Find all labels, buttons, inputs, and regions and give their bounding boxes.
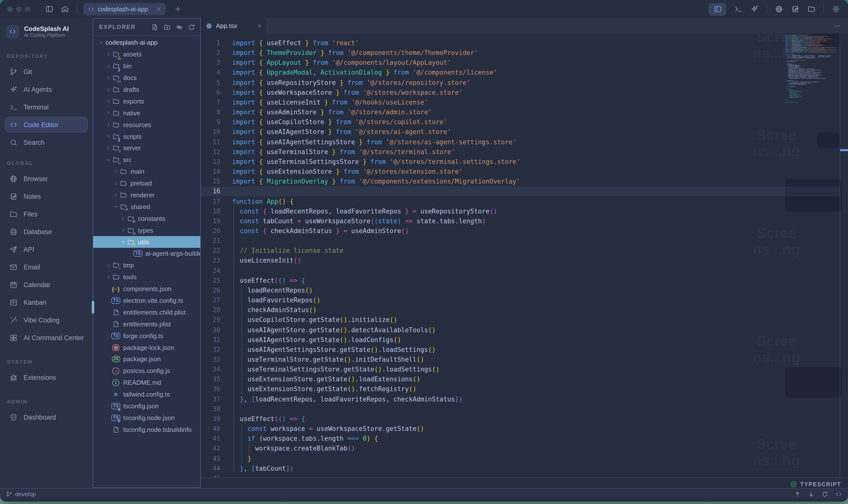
sidebar-item-api[interactable]: API — [5, 241, 88, 257]
tree-folder-server[interactable]: ≡server — [93, 142, 200, 154]
sidebar-toggle-icon[interactable] — [45, 5, 54, 13]
new-folder-icon[interactable] — [163, 23, 171, 31]
tree-file-tsconfig-node-json[interactable]: TS⚙tsconfig.node.json — [93, 412, 200, 424]
tree-item-label: entitlements.child.plist — [123, 309, 185, 316]
tree-folder-constants[interactable]: πconstants — [93, 213, 200, 224]
shield-icon — [9, 413, 18, 421]
files-icon[interactable] — [807, 5, 816, 13]
tree-file-components-json[interactable]: {··}components.json — [93, 283, 200, 295]
sidebar-item-label: Git — [23, 68, 32, 75]
tree-file-electron-vite-config-ts[interactable]: TSelectron.vite.config.ts — [93, 295, 200, 306]
sidebar-item-database[interactable]: Database — [5, 224, 88, 239]
sidebar-item-search[interactable]: Search — [5, 134, 88, 150]
sidebar-item-notes[interactable]: Notes — [5, 188, 88, 204]
sidebar-item-code-editor[interactable]: Code Editor — [5, 117, 88, 132]
new-workspace-button[interactable] — [174, 5, 182, 13]
sidebar-item-dashboard[interactable]: Dashboard — [5, 409, 88, 425]
tree-folder-assets[interactable]: △assets — [93, 49, 200, 60]
sync-icon[interactable] — [822, 490, 828, 497]
close-tab-icon[interactable] — [257, 23, 262, 28]
tree-file-package-json[interactable]: JSpackage.json — [93, 353, 200, 365]
close-window-button[interactable] — [7, 6, 13, 12]
tree-file-postcss-config-js[interactable]: ▵postcss.config.js — [93, 365, 200, 377]
scroll-down-icon[interactable] — [808, 490, 815, 497]
sidebar-item-git[interactable]: Git — [5, 64, 88, 79]
sidebar-item-extensions[interactable]: Extensions — [5, 370, 88, 385]
tree-file-tailwind-config-ts[interactable]: ≈tailwind.config.ts — [93, 389, 200, 400]
tree-item-label: tsconfig.node.json — [123, 414, 175, 421]
minimize-window-button[interactable] — [16, 6, 22, 12]
tree-folder-renderer[interactable]: renderer — [93, 189, 200, 201]
titlebar-actions — [709, 3, 840, 16]
tree-item-label: postcss.config.js — [123, 367, 170, 375]
react-file-icon — [205, 22, 213, 29]
sidebar-scrollbar-thumb[interactable] — [92, 301, 94, 313]
close-icon[interactable] — [156, 6, 161, 12]
sidebar-item-label: Terminal — [23, 103, 49, 111]
tree-folder-bin[interactable]: ❯bin — [93, 60, 200, 72]
tree-folder-main[interactable]: main — [93, 166, 200, 178]
tree-folder-preload[interactable]: preload — [93, 177, 200, 189]
minimap[interactable]: import { useEffect } from 'react'import … — [785, 35, 840, 329]
calendar-icon — [9, 281, 18, 289]
tree-folder-native[interactable]: native — [93, 107, 200, 119]
scroll-up-icon[interactable] — [794, 490, 801, 497]
sidebar-item-kanban[interactable]: Kanban — [5, 294, 88, 310]
sidebar-item-ai-agents[interactable]: AI Agents — [5, 82, 88, 97]
tree-folder-scripts[interactable]: ❯scripts — [93, 130, 200, 142]
tree-file-readme-md[interactable]: iREADME.md — [93, 377, 200, 389]
tree-file-entitlements-child-plist[interactable]: entitlements.child.plist — [93, 306, 200, 318]
home-icon[interactable] — [61, 5, 69, 13]
settings-icon[interactable] — [832, 5, 840, 13]
sidebar-item-files[interactable]: Files — [5, 206, 88, 222]
chevron-right-icon — [119, 216, 127, 221]
toggle-hidden-icon[interactable] — [176, 23, 183, 31]
editor-tab-app-tsx[interactable]: App.tsx — [201, 18, 268, 33]
tree-file-entitlements-plist[interactable]: entitlements.plist — [93, 318, 200, 330]
refresh-icon[interactable] — [188, 23, 195, 31]
chevron-right-icon — [119, 228, 127, 233]
sidebar-item-terminal[interactable]: Terminal — [5, 99, 88, 115]
tree-item-label: components.json — [123, 285, 172, 292]
tree-folder-utils[interactable]: ⚙utils — [93, 236, 200, 248]
code-mode-icon[interactable] — [835, 490, 842, 497]
tree-file-package-lock-json[interactable]: ▤package-lock.json — [93, 342, 200, 353]
code-content[interactable]: import { useEffect } from 'react'import … — [232, 38, 520, 478]
tree-folder-exports[interactable]: exports — [93, 95, 200, 107]
sidebar-item-ai-command-center[interactable]: AI Command Center — [5, 330, 88, 345]
git-branch-indicator[interactable]: develop — [6, 490, 36, 497]
explorer-panel: EXPLORER codesplash-ai-app△assets❯bin▭do… — [93, 18, 201, 488]
window-controls[interactable] — [7, 6, 31, 12]
tree-folder-drafts[interactable]: drafts — [93, 84, 200, 95]
tree-file-forge-config-ts[interactable]: TSforge.config.ts — [93, 330, 200, 342]
tree-folder-codesplash-ai-app[interactable]: codesplash-ai-app — [93, 37, 200, 49]
tree-file-ai-agent-args-builder-ts[interactable]: TSai-agent-args-builder.ts — [93, 248, 200, 259]
tree-folder-docs[interactable]: ▭docs — [93, 72, 200, 84]
sidebar-item-browser[interactable]: Browser — [5, 171, 88, 186]
tab-overflow-menu-icon[interactable] — [833, 22, 841, 30]
tree-file-tsconfig-node-tsbuildinfo[interactable]: tsconfig.node.tsbuildinfo — [93, 424, 200, 435]
editor-scrollbar[interactable] — [840, 33, 848, 478]
editor-scrollbar-thumb[interactable] — [840, 149, 848, 151]
tree-folder-shared[interactable]: ↗shared — [93, 201, 200, 213]
tree-folder-tmp[interactable]: ◔tmp — [93, 259, 200, 271]
notes-icon[interactable] — [791, 5, 799, 13]
tree-folder-src[interactable]: ‹›src — [93, 154, 200, 166]
code-editor-surface[interactable]: Screens...ngScreens...ngScreens...ngScre… — [201, 33, 848, 478]
tree-folder-tools[interactable]: tools — [93, 271, 200, 283]
tree-file-tsconfig-json[interactable]: TS⚙tsconfig.json — [93, 400, 200, 412]
workspace-tab[interactable]: codesplash-ai-app — [84, 3, 166, 15]
tree-folder-resources[interactable]: resources — [93, 119, 200, 130]
sidebar-item-email[interactable]: Email — [5, 259, 88, 275]
tree-item-label: electron.vite.config.ts — [123, 297, 183, 304]
folder-icon: ◔ — [112, 262, 120, 269]
tree-folder-types[interactable]: ◇types — [93, 224, 200, 236]
sidebar-item-calendar[interactable]: Calendar — [5, 277, 88, 292]
sidebar-item-vibe-coding[interactable]: Vibe Coding — [5, 312, 88, 328]
panel-toggle-icon[interactable] — [709, 3, 726, 16]
ai-sparkles-icon[interactable] — [750, 5, 759, 13]
terminal-icon[interactable] — [734, 5, 742, 13]
new-file-icon[interactable] — [151, 23, 159, 31]
browser-icon[interactable] — [775, 5, 783, 13]
maximize-window-button[interactable] — [25, 6, 31, 12]
